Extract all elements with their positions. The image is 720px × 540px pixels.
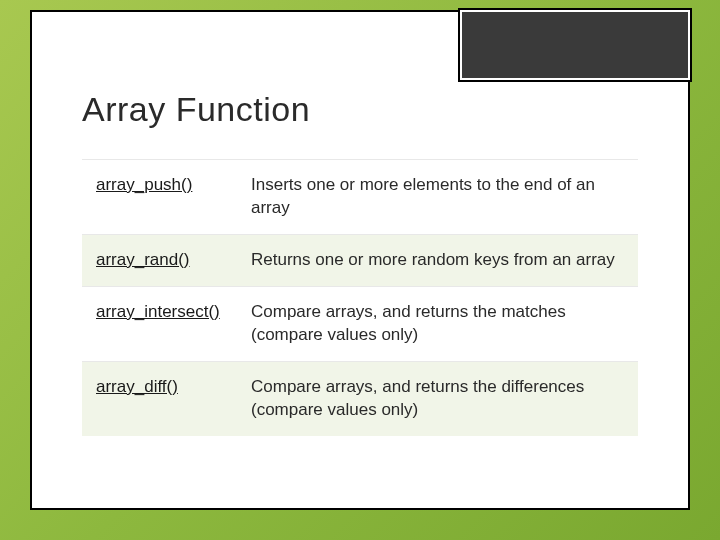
function-name-cell: array_rand(): [82, 234, 237, 286]
function-link[interactable]: array_intersect(): [96, 302, 220, 321]
slide-content: Array Function array_push() Inserts one …: [32, 12, 688, 466]
function-name-cell: array_intersect(): [82, 286, 237, 361]
function-table: array_push() Inserts one or more element…: [82, 159, 638, 436]
function-desc-cell: Returns one or more random keys from an …: [237, 234, 638, 286]
table-row: array_diff() Compare arrays, and returns…: [82, 361, 638, 435]
table-row: array_intersect() Compare arrays, and re…: [82, 286, 638, 361]
table-row: array_rand() Returns one or more random …: [82, 234, 638, 286]
function-desc-cell: Inserts one or more elements to the end …: [237, 160, 638, 235]
slide-frame: Array Function array_push() Inserts one …: [30, 10, 690, 510]
slide-title: Array Function: [82, 90, 638, 129]
function-link[interactable]: array_diff(): [96, 377, 178, 396]
function-link[interactable]: array_push(): [96, 175, 192, 194]
function-link[interactable]: array_rand(): [96, 250, 190, 269]
table-row: array_push() Inserts one or more element…: [82, 160, 638, 235]
function-name-cell: array_push(): [82, 160, 237, 235]
function-name-cell: array_diff(): [82, 361, 237, 435]
function-desc-cell: Compare arrays, and returns the differen…: [237, 361, 638, 435]
function-desc-cell: Compare arrays, and returns the matches …: [237, 286, 638, 361]
corner-decoration: [460, 10, 690, 80]
